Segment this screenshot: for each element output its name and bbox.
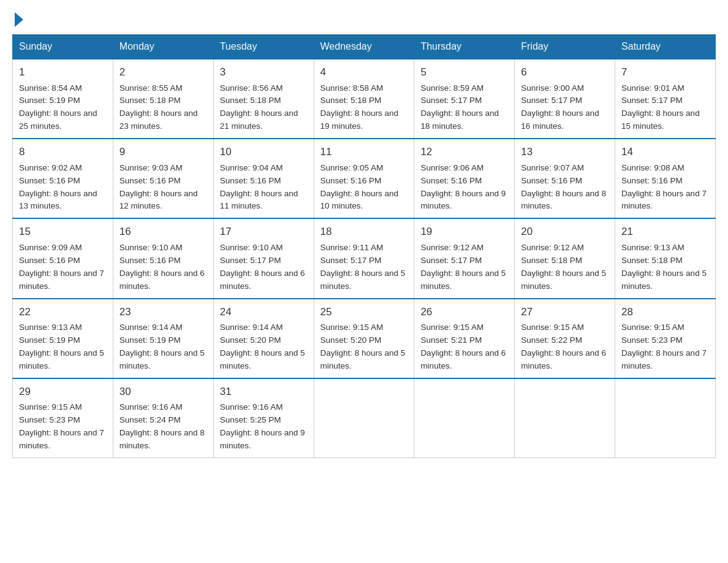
day-number: 19 (420, 224, 508, 240)
calendar-table: SundayMondayTuesdayWednesdayThursdayFrid… (12, 34, 716, 458)
calendar-cell: 16Sunrise: 9:10 AMSunset: 5:16 PMDayligh… (113, 218, 213, 298)
calendar-cell: 11Sunrise: 9:05 AMSunset: 5:16 PMDayligh… (314, 139, 414, 218)
logo (12, 12, 23, 25)
day-number: 31 (220, 384, 308, 400)
calendar-cell: 12Sunrise: 9:06 AMSunset: 5:16 PMDayligh… (414, 139, 515, 218)
calendar-week-row: 8Sunrise: 9:02 AMSunset: 5:16 PMDaylight… (13, 139, 716, 218)
calendar-cell: 27Sunrise: 9:15 AMSunset: 5:22 PMDayligh… (515, 299, 615, 378)
calendar-cell: 8Sunrise: 9:02 AMSunset: 5:16 PMDaylight… (13, 139, 113, 218)
calendar-week-row: 29Sunrise: 9:15 AMSunset: 5:23 PMDayligh… (13, 378, 716, 458)
calendar-cell: 24Sunrise: 9:14 AMSunset: 5:20 PMDayligh… (213, 299, 314, 378)
day-info: Sunrise: 9:16 AMSunset: 5:25 PMDaylight:… (220, 401, 308, 453)
day-info: Sunrise: 9:13 AMSunset: 5:19 PMDaylight:… (19, 321, 107, 373)
weekday-header-saturday: Saturday (615, 35, 716, 59)
day-info: Sunrise: 9:12 AMSunset: 5:18 PMDaylight:… (521, 242, 609, 293)
day-number: 13 (521, 144, 609, 160)
day-number: 12 (420, 144, 508, 160)
logo-arrow-icon (15, 12, 23, 27)
day-info: Sunrise: 9:03 AMSunset: 5:16 PMDaylight:… (119, 162, 207, 213)
day-number: 20 (521, 224, 609, 240)
day-number: 7 (621, 64, 709, 80)
day-info: Sunrise: 9:12 AMSunset: 5:17 PMDaylight:… (420, 242, 508, 293)
day-info: Sunrise: 9:13 AMSunset: 5:18 PMDaylight:… (621, 242, 709, 293)
weekday-header-thursday: Thursday (414, 35, 515, 59)
day-info: Sunrise: 8:54 AMSunset: 5:19 PMDaylight:… (19, 82, 107, 134)
calendar-cell (414, 378, 515, 458)
weekday-header-wednesday: Wednesday (314, 35, 414, 59)
day-info: Sunrise: 9:14 AMSunset: 5:20 PMDaylight:… (220, 321, 308, 373)
weekday-header-friday: Friday (515, 35, 615, 59)
calendar-cell: 5Sunrise: 8:59 AMSunset: 5:17 PMDaylight… (414, 59, 515, 139)
calendar-cell: 1Sunrise: 8:54 AMSunset: 5:19 PMDaylight… (13, 59, 113, 139)
day-number: 10 (220, 144, 308, 160)
calendar-cell: 13Sunrise: 9:07 AMSunset: 5:16 PMDayligh… (515, 139, 615, 218)
day-number: 25 (320, 304, 408, 320)
day-info: Sunrise: 9:05 AMSunset: 5:16 PMDaylight:… (320, 162, 408, 213)
day-number: 3 (220, 64, 308, 80)
day-number: 6 (521, 64, 609, 80)
day-number: 14 (621, 144, 709, 160)
day-number: 4 (320, 64, 408, 80)
weekday-header-sunday: Sunday (13, 35, 113, 59)
calendar-cell: 10Sunrise: 9:04 AMSunset: 5:16 PMDayligh… (213, 139, 314, 218)
calendar-cell: 30Sunrise: 9:16 AMSunset: 5:24 PMDayligh… (113, 378, 213, 458)
calendar-cell: 6Sunrise: 9:00 AMSunset: 5:17 PMDaylight… (515, 59, 615, 139)
calendar-cell: 25Sunrise: 9:15 AMSunset: 5:20 PMDayligh… (314, 299, 414, 378)
calendar-cell: 4Sunrise: 8:58 AMSunset: 5:18 PMDaylight… (314, 59, 414, 139)
day-number: 5 (420, 64, 508, 80)
day-info: Sunrise: 8:55 AMSunset: 5:18 PMDaylight:… (119, 82, 207, 134)
day-info: Sunrise: 9:15 AMSunset: 5:23 PMDaylight:… (621, 321, 709, 373)
day-info: Sunrise: 9:15 AMSunset: 5:23 PMDaylight:… (19, 401, 107, 453)
weekday-header-row: SundayMondayTuesdayWednesdayThursdayFrid… (13, 35, 716, 59)
calendar-cell: 22Sunrise: 9:13 AMSunset: 5:19 PMDayligh… (13, 299, 113, 378)
day-number: 29 (19, 384, 107, 400)
day-number: 28 (621, 304, 709, 320)
day-info: Sunrise: 9:00 AMSunset: 5:17 PMDaylight:… (521, 82, 609, 134)
calendar-cell: 18Sunrise: 9:11 AMSunset: 5:17 PMDayligh… (314, 218, 414, 298)
day-number: 24 (220, 304, 308, 320)
calendar-cell: 29Sunrise: 9:15 AMSunset: 5:23 PMDayligh… (13, 378, 113, 458)
day-info: Sunrise: 9:10 AMSunset: 5:16 PMDaylight:… (119, 242, 207, 293)
day-info: Sunrise: 9:06 AMSunset: 5:16 PMDaylight:… (420, 162, 508, 213)
day-info: Sunrise: 9:15 AMSunset: 5:20 PMDaylight:… (320, 321, 408, 373)
day-info: Sunrise: 9:08 AMSunset: 5:16 PMDaylight:… (621, 162, 709, 213)
calendar-cell: 15Sunrise: 9:09 AMSunset: 5:16 PMDayligh… (13, 218, 113, 298)
day-info: Sunrise: 9:07 AMSunset: 5:16 PMDaylight:… (521, 162, 609, 213)
calendar-cell: 28Sunrise: 9:15 AMSunset: 5:23 PMDayligh… (615, 299, 716, 378)
day-number: 11 (320, 144, 408, 160)
day-info: Sunrise: 9:16 AMSunset: 5:24 PMDaylight:… (119, 401, 207, 453)
calendar-cell: 3Sunrise: 8:56 AMSunset: 5:18 PMDaylight… (213, 59, 314, 139)
day-number: 26 (420, 304, 508, 320)
day-info: Sunrise: 9:01 AMSunset: 5:17 PMDaylight:… (621, 82, 709, 134)
day-info: Sunrise: 9:04 AMSunset: 5:16 PMDaylight:… (220, 162, 308, 213)
day-info: Sunrise: 9:15 AMSunset: 5:21 PMDaylight:… (420, 321, 508, 373)
calendar-cell: 7Sunrise: 9:01 AMSunset: 5:17 PMDaylight… (615, 59, 716, 139)
day-number: 17 (220, 224, 308, 240)
calendar-cell: 9Sunrise: 9:03 AMSunset: 5:16 PMDaylight… (113, 139, 213, 218)
calendar-cell (314, 378, 414, 458)
calendar-cell (615, 378, 716, 458)
day-number: 1 (19, 64, 107, 80)
calendar-cell: 17Sunrise: 9:10 AMSunset: 5:17 PMDayligh… (213, 218, 314, 298)
calendar-cell: 21Sunrise: 9:13 AMSunset: 5:18 PMDayligh… (615, 218, 716, 298)
day-number: 23 (119, 304, 207, 320)
weekday-header-tuesday: Tuesday (213, 35, 314, 59)
day-info: Sunrise: 9:11 AMSunset: 5:17 PMDaylight:… (320, 242, 408, 293)
day-info: Sunrise: 9:14 AMSunset: 5:19 PMDaylight:… (119, 321, 207, 373)
day-info: Sunrise: 9:15 AMSunset: 5:22 PMDaylight:… (521, 321, 609, 373)
day-info: Sunrise: 8:59 AMSunset: 5:17 PMDaylight:… (420, 82, 508, 134)
day-info: Sunrise: 8:56 AMSunset: 5:18 PMDaylight:… (220, 82, 308, 134)
day-number: 9 (119, 144, 207, 160)
day-number: 21 (621, 224, 709, 240)
day-number: 18 (320, 224, 408, 240)
day-info: Sunrise: 9:09 AMSunset: 5:16 PMDaylight:… (19, 242, 107, 293)
weekday-header-monday: Monday (113, 35, 213, 59)
logo-text (12, 12, 23, 27)
day-number: 22 (19, 304, 107, 320)
page-header (12, 12, 716, 25)
day-number: 30 (119, 384, 207, 400)
day-number: 16 (119, 224, 207, 240)
day-number: 27 (521, 304, 609, 320)
calendar-cell (515, 378, 615, 458)
calendar-cell: 14Sunrise: 9:08 AMSunset: 5:16 PMDayligh… (615, 139, 716, 218)
